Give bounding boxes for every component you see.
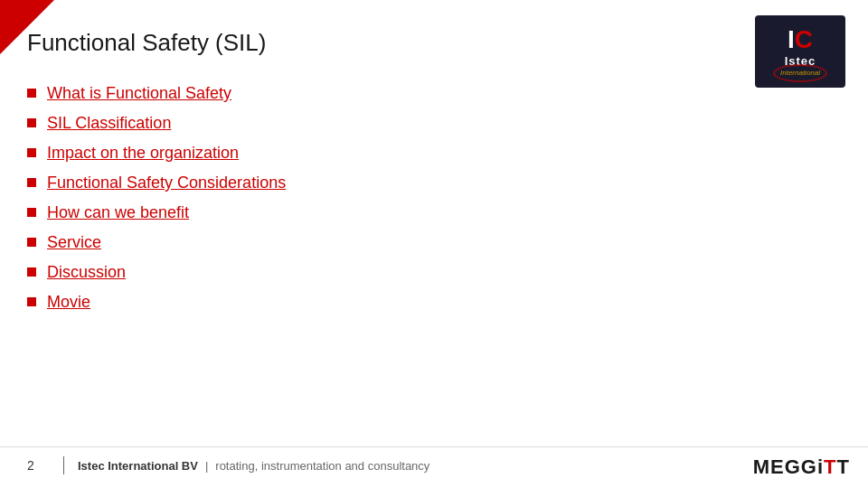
list-item[interactable]: How can we benefit bbox=[27, 203, 732, 222]
istec-logo-box: IC Istec International bbox=[755, 15, 845, 88]
bullet-item-label[interactable]: Service bbox=[47, 233, 101, 252]
bullet-square-icon bbox=[27, 297, 36, 306]
bullet-square-icon bbox=[27, 148, 36, 157]
list-item[interactable]: Movie bbox=[27, 293, 732, 312]
logo-area: IC Istec International bbox=[750, 11, 850, 92]
bullet-item-label[interactable]: Movie bbox=[47, 293, 90, 312]
list-item[interactable]: Impact on the organization bbox=[27, 144, 732, 163]
page-number: 2 bbox=[27, 458, 45, 473]
footer-tagline: rotating, instrumentation and consultanc… bbox=[215, 459, 429, 473]
bullet-square-icon bbox=[27, 238, 36, 247]
main-content-area: Functional Safety (SIL) What is Function… bbox=[27, 18, 732, 323]
list-item[interactable]: SIL Classification bbox=[27, 114, 732, 133]
list-item[interactable]: Functional Safety Considerations bbox=[27, 174, 732, 192]
bullet-item-label[interactable]: What is Functional Safety bbox=[47, 84, 231, 103]
bullet-square-icon bbox=[27, 118, 36, 127]
list-item[interactable]: What is Functional Safety bbox=[27, 84, 732, 103]
meggitt-logo-text: MEGGiTT bbox=[753, 455, 850, 479]
footer-company-name: Istec International BV bbox=[78, 459, 198, 473]
logo-ic-letters: IC bbox=[788, 27, 813, 52]
bullet-square-icon bbox=[27, 178, 36, 187]
bullet-item-label[interactable]: Discussion bbox=[47, 263, 126, 282]
bullet-item-label[interactable]: Functional Safety Considerations bbox=[47, 174, 286, 192]
logo-globe-decoration bbox=[773, 64, 827, 82]
bullet-square-icon bbox=[27, 208, 36, 217]
footer-divider bbox=[0, 446, 868, 447]
bullet-square-icon bbox=[27, 267, 36, 277]
meggitt-logo: MEGGiTT bbox=[753, 455, 850, 479]
bullet-square-icon bbox=[27, 89, 36, 98]
list-item[interactable]: Discussion bbox=[27, 263, 732, 282]
list-item[interactable]: Service bbox=[27, 233, 732, 252]
page-title: Functional Safety (SIL) bbox=[27, 29, 732, 57]
bullet-item-label[interactable]: Impact on the organization bbox=[47, 144, 239, 163]
footer-separator bbox=[63, 456, 64, 474]
bullet-item-label[interactable]: How can we benefit bbox=[47, 203, 189, 222]
footer-pipe: | bbox=[205, 459, 208, 473]
bullet-list: What is Functional SafetySIL Classificat… bbox=[27, 84, 732, 312]
footer: 2 Istec International BV | rotating, ins… bbox=[0, 456, 868, 474]
bullet-item-label[interactable]: SIL Classification bbox=[47, 114, 171, 133]
